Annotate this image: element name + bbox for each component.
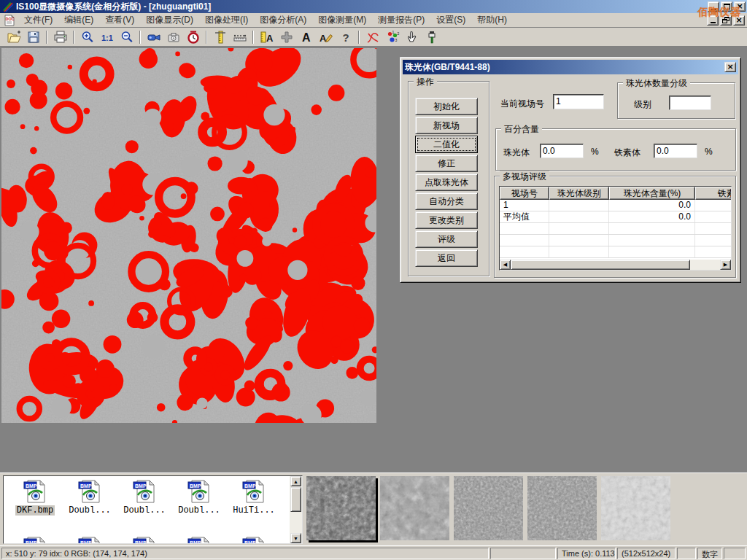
operation-button[interactable]: 新视场 [415,117,478,134]
table-row[interactable]: 10.0 [500,200,732,211]
brush-button[interactable] [422,29,441,45]
scroll-right-button[interactable]: ▶ [720,260,731,270]
operation-button[interactable]: 更改类别 [415,211,478,229]
table-row[interactable]: 平均值0.0 [500,211,732,223]
operation-button[interactable]: 初始化 [415,98,478,115]
mdi-minimize-button[interactable] [707,15,719,26]
micrograph-image[interactable] [1,48,376,423]
operation-button[interactable]: 二值化 [415,136,478,153]
scrollbar-track[interactable] [690,260,720,270]
thumbnail[interactable] [306,476,376,540]
table-horizontal-scrollbar[interactable]: ◀ ▶ [500,260,731,270]
operation-button[interactable]: 自动分类 [415,192,478,210]
dialog-close-button[interactable]: × [724,62,736,72]
file-list-scrollbar[interactable]: ▲ ▼ [290,476,302,543]
menu-item[interactable]: 编辑(E) [58,12,99,28]
scrollbar-thumb[interactable] [511,260,690,270]
horizontal-ruler-button[interactable] [231,29,249,45]
photo-camera-button[interactable] [164,29,182,45]
print-button[interactable] [51,29,69,45]
scroll-down-button[interactable]: ▼ [290,533,301,543]
file-item[interactable]: BMP [63,536,117,544]
file-item[interactable]: BMPDoubl... [63,479,117,516]
titlebar[interactable]: IS100显微摄像系统(金相分析版) - [zhuguangti01] × [0,0,747,13]
operation-button[interactable]: 修正 [415,155,478,172]
scroll-left-button[interactable]: ◀ [500,260,511,270]
thumbnail[interactable] [454,476,523,540]
zoom-in-button[interactable] [78,29,96,45]
table-column-header[interactable]: 珠光体含量(%) [609,187,695,200]
pearlite-percent-input[interactable]: 0.0 [540,144,584,158]
table-column-header[interactable]: 铁素体含量(%) [695,187,732,200]
dialog-titlebar[interactable]: 珠光体(GB/T9441-88) × [403,60,738,74]
menu-item[interactable]: 图像显示(D) [140,12,199,28]
grade-level-input[interactable] [669,96,711,110]
help-button[interactable]: ? [336,29,355,45]
bmp-file-icon: BMP [227,536,281,544]
file-item[interactable]: BMPDoubl... [172,479,226,516]
thumbnail[interactable] [527,476,597,540]
toolbar-separator [206,31,207,44]
file-item[interactable]: BMP [227,536,281,544]
file-name: Doubl... [122,505,167,516]
file-item[interactable]: BMP [172,536,226,544]
menu-item[interactable]: 帮助(H) [471,12,513,28]
minimize-button[interactable] [708,1,719,12]
video-camera-button[interactable] [144,29,163,45]
scroll-up-button[interactable]: ▲ [290,476,301,486]
scrollbar-thumb[interactable] [290,487,301,512]
table-column-header[interactable]: 视场号 [500,187,549,200]
operation-button[interactable]: 点取珠光体 [415,174,478,191]
maximize-button[interactable] [721,1,732,12]
file-item[interactable]: BMP [8,536,62,544]
ferrite-percent-label: 铁素体 [614,147,640,159]
rating-table[interactable]: 视场号珠光体级别珠光体含量(%)铁素体含量(%) 10.0平均值0.0 ◀ ▶ [499,186,732,271]
move-cross-button[interactable] [277,29,295,45]
menu-item[interactable]: 查看(V) [99,12,140,28]
operation-group: 操作 初始化新视场二值化修正点取珠光体自动分类更改类别评级返回 [408,81,489,276]
timer-button[interactable] [184,29,202,45]
measure-font-button[interactable]: A [258,29,276,45]
zoom-out-button[interactable] [117,29,136,45]
table-row[interactable] [500,246,732,258]
open-button[interactable] [4,29,23,45]
close-button[interactable]: × [734,1,746,12]
svg-text:BMP: BMP [244,540,256,545]
mdi-restore-button[interactable] [720,15,732,26]
thumbnail[interactable] [601,476,670,540]
thumbnail[interactable] [380,476,449,540]
timer-icon [186,30,201,44]
menu-item[interactable]: 设置(S) [430,12,471,28]
menu-item[interactable]: 测量报告(P) [372,12,430,28]
file-item[interactable]: BMPDoubl... [117,479,171,516]
save-button[interactable] [24,29,42,45]
font-button[interactable]: A [297,29,315,45]
percent-unit: % [591,147,599,157]
current-field-input[interactable]: 1 [553,94,604,109]
file-item[interactable]: BMP [117,536,171,544]
file-item[interactable]: BMPDKF.bmp [8,479,62,516]
svg-text:2: 2 [397,31,399,36]
operation-button[interactable]: 返回 [415,249,478,267]
operation-button[interactable]: 评级 [415,230,478,248]
menu-item[interactable]: 图像分析(A) [254,12,312,28]
ferrite-percent-input[interactable]: 0.0 [654,144,697,158]
file-item[interactable]: BMPHuiTi... [227,479,281,516]
actual-size-button[interactable]: 1:1 [98,29,116,45]
menu-item[interactable]: 图像处理(I) [199,12,254,28]
menu-item[interactable]: 文件(F) [18,12,58,28]
font-edit-button[interactable]: A [317,29,335,45]
table-row[interactable] [500,235,732,246]
mdi-close-button[interactable]: × [733,15,745,26]
count-points-button[interactable]: 123 [383,29,401,45]
table-row[interactable] [500,223,732,235]
file-list[interactable]: ▲ ▼ BMPDKF.bmpBMPDoubl...BMPDoubl...BMPD… [3,475,303,544]
curve-button[interactable] [363,29,382,45]
table-column-header[interactable]: 珠光体级别 [549,187,609,200]
svg-text:A: A [302,31,311,44]
hand-pen-button[interactable] [403,29,421,45]
menu-item[interactable]: 图像测量(M) [312,12,372,28]
time-status: Time (s): 0.113 [557,548,616,559]
current-field-value: 1 [556,96,561,106]
vertical-ruler-button[interactable] [211,29,229,45]
